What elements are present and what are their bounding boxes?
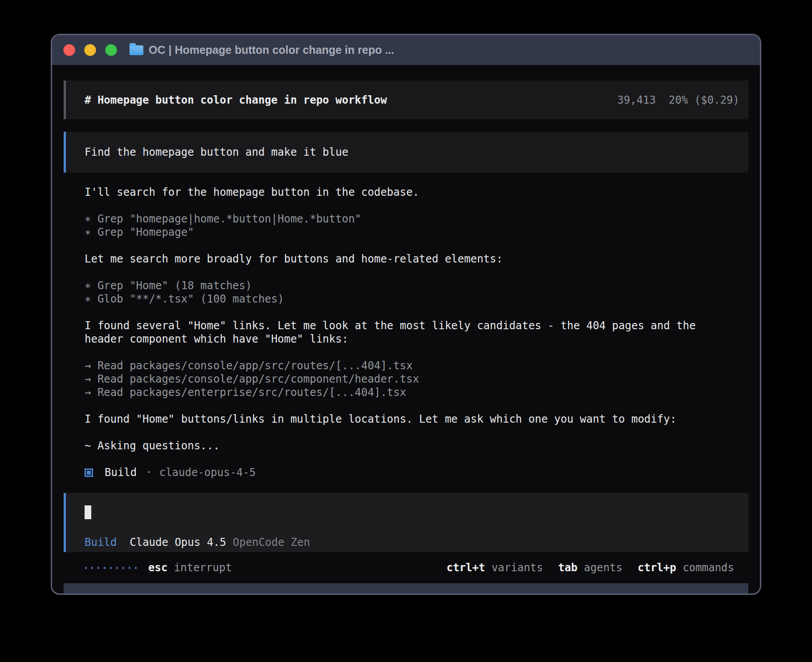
assistant-text-line: I found "Home" buttons/links in multiple… <box>85 412 721 426</box>
assistant-text-line: I found several "Home" links. Let me loo… <box>85 319 721 346</box>
input-agent-label: Build <box>85 536 117 549</box>
spinner-dot <box>129 567 130 569</box>
assistant-text-line: ~ Asking questions... <box>85 439 721 452</box>
blank-line <box>85 306 721 319</box>
tool-call-line: ∗ Grep "Home" (18 matches) <box>85 279 721 292</box>
tool-call-line: ∗ Grep "homepage|home.*button|Home.*butt… <box>85 212 721 226</box>
traffic-lights <box>63 44 117 56</box>
ctrl-p-key: ctrl+p <box>637 561 676 574</box>
blank-line <box>85 346 721 359</box>
spinner-dot <box>135 567 137 569</box>
input-meta: Build Claude Opus 4.5 OpenCode Zen <box>85 536 748 549</box>
blank-line <box>85 266 721 279</box>
text-cursor <box>85 505 91 519</box>
titlebar: OC | Homepage button color change in rep… <box>52 35 760 65</box>
spinner-dot <box>122 567 124 569</box>
blank-line <box>85 199 721 212</box>
agent-separator: · <box>146 466 152 479</box>
terminal-window: OC | Homepage button color change in rep… <box>51 34 761 595</box>
agents-hint: tab agents <box>558 561 623 574</box>
window-title: OC | Homepage button color change in rep… <box>149 44 394 57</box>
tab-key: tab <box>558 561 577 574</box>
agent-status-row: Build·claude-opus-4-5 <box>85 466 721 479</box>
session-title: # Homepage button color change in repo w… <box>85 93 387 107</box>
blank-line <box>85 452 721 466</box>
interrupt-hint: esc interrupt <box>148 561 232 574</box>
spinner-dot <box>110 567 112 569</box>
minimize-button[interactable] <box>84 44 96 56</box>
input-provider-label: OpenCode Zen <box>233 536 310 549</box>
folder-icon <box>130 45 143 55</box>
tool-call-line: → Read packages/console/app/src/routes/[… <box>85 359 721 372</box>
spinner-dot <box>104 567 106 569</box>
variants-hint: ctrl+t variants <box>447 561 543 574</box>
agent-name: Build <box>105 466 137 479</box>
spinner-icon <box>85 567 137 569</box>
tool-call-line: ∗ Grep "Homepage" <box>85 226 721 239</box>
spinner-dot <box>116 567 118 569</box>
tool-call-line: → Read packages/enterprise/src/routes/[.… <box>85 386 721 399</box>
blank-line <box>85 426 721 439</box>
agent-icon <box>85 468 93 477</box>
blank-line <box>85 399 721 412</box>
transcript: I'll search for the homepage button in t… <box>64 186 748 479</box>
session-stats: 39,413 20% ($0.29) <box>617 93 739 107</box>
session-header: # Homepage button color change in repo w… <box>64 81 748 119</box>
window-footer <box>64 583 748 593</box>
tool-call-line: → Read packages/console/app/src/componen… <box>85 372 721 386</box>
assistant-text-line: I'll search for the homepage button in t… <box>85 186 721 199</box>
commands-hint: ctrl+p commands <box>637 561 734 574</box>
terminal-content: # Homepage button color change in repo w… <box>52 65 760 593</box>
tool-call-line: ∗ Glob "**/*.tsx" (100 matches) <box>85 292 721 306</box>
input-model-label: Claude Opus 4.5 <box>130 536 226 549</box>
user-message-text: Find the homepage button and make it blu… <box>85 145 348 159</box>
spinner-dot <box>97 567 99 569</box>
agent-model: claude-opus-4-5 <box>159 466 256 479</box>
spinner-dot <box>91 567 93 569</box>
esc-key: esc <box>148 561 167 574</box>
status-bar-right: ctrl+t variants tab agents ctrl+p comman… <box>447 561 734 574</box>
zoom-button[interactable] <box>105 44 117 56</box>
user-message: Find the homepage button and make it blu… <box>64 132 748 173</box>
ctrl-t-key: ctrl+t <box>447 561 485 574</box>
status-bar: esc interrupt ctrl+t variants tab agents… <box>64 561 748 574</box>
assistant-text-line: Let me search more broadly for buttons a… <box>85 252 721 266</box>
close-button[interactable] <box>63 44 75 56</box>
spinner-dot <box>85 567 87 569</box>
blank-line <box>85 239 721 252</box>
prompt-input[interactable]: Build Claude Opus 4.5 OpenCode Zen <box>64 493 748 552</box>
